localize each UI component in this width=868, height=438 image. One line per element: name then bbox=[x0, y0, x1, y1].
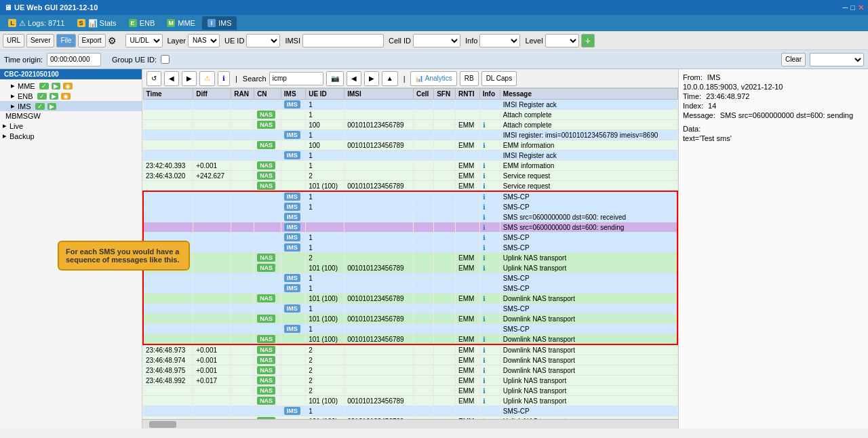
tab-ims[interactable]: I IMS bbox=[202, 16, 237, 30]
cell-ueid bbox=[306, 222, 344, 233]
tab-stats[interactable]: S 📊 Stats bbox=[72, 16, 122, 30]
table-row[interactable]: 23:46:48.973 +0.001 NAS 2 EMM ℹ Downlink… bbox=[143, 344, 677, 355]
table-row[interactable]: IMS 1 ℹ SMS-CP bbox=[143, 202, 677, 212]
table-row[interactable]: NAS 101 (100) 001010123456789 EMM ℹ Down… bbox=[143, 334, 677, 345]
cell-cell bbox=[414, 344, 434, 355]
horizontal-scrollbar[interactable] bbox=[142, 419, 678, 429]
screenshot-btn[interactable]: 📷 bbox=[326, 71, 344, 86]
cell-sfn bbox=[434, 161, 456, 171]
toolbar-icon1[interactable]: ⚙ bbox=[108, 35, 117, 46]
table-row[interactable]: IMS ℹ SMS src=0600000000 dst=600: receiv… bbox=[143, 212, 677, 222]
level-select[interactable] bbox=[545, 34, 579, 47]
table-row[interactable]: 23:42:40.393 +0.001 NAS 1 EMM ℹ EMM info… bbox=[143, 161, 677, 171]
maximize-btn[interactable]: □ bbox=[850, 3, 855, 12]
table-row[interactable]: IMS 1 ℹ SMS-CP bbox=[143, 243, 677, 253]
cell-ims bbox=[281, 365, 305, 376]
enb-badge-dot: ◉ bbox=[61, 93, 71, 100]
imsi-input[interactable] bbox=[302, 34, 384, 47]
table-row[interactable]: IMS 1 IMSI Register ack bbox=[143, 100, 677, 110]
rb-btn[interactable]: RB bbox=[460, 71, 479, 86]
dl-caps-btn[interactable]: DL Caps bbox=[481, 71, 517, 86]
sidebar-item-mme[interactable]: ▸ MME ✓ ▶ ◉ bbox=[0, 81, 142, 91]
cell-info: ℹ bbox=[479, 191, 500, 202]
sidebar-item-mbmsgw[interactable]: MBMSGW bbox=[0, 111, 142, 121]
cell-cn bbox=[254, 202, 281, 212]
table-row[interactable]: IMS 1 SMS-CP bbox=[143, 304, 677, 314]
search-input[interactable] bbox=[269, 72, 323, 85]
table-row[interactable]: NAS 101 (100) 001010123456789 EMM ℹ Upli… bbox=[143, 263, 677, 273]
expand-icon: ▸ bbox=[11, 81, 15, 90]
clear-select[interactable] bbox=[810, 53, 864, 66]
url-btn[interactable]: URL bbox=[3, 34, 24, 47]
table-row[interactable]: IMS 1 IMSI Register ack bbox=[143, 151, 677, 161]
level-label: Level bbox=[525, 37, 542, 45]
table-row[interactable]: NAS 2 EMM ℹ Uplink NAS transport bbox=[143, 386, 677, 396]
tab-enb[interactable]: E ENB bbox=[123, 16, 161, 30]
close-btn[interactable]: ✕ bbox=[858, 3, 864, 12]
table-row[interactable]: 23:46:43.020 +242.627 NAS 2 EMM ℹ Servic… bbox=[143, 171, 677, 181]
table-row[interactable]: IMS 1 ℹ SMS-CP bbox=[143, 233, 677, 243]
table-row[interactable]: 23:46:48.992 +0.017 NAS 2 EMM ℹ Uplink N… bbox=[143, 376, 677, 386]
sidebar-item-live[interactable]: ▸ Live bbox=[0, 121, 142, 131]
info-select[interactable] bbox=[479, 34, 520, 47]
analytics-btn[interactable]: 📊 Analytics bbox=[410, 71, 456, 86]
group-ue-checkbox[interactable] bbox=[161, 55, 170, 64]
table-row[interactable]: NAS 101 (100) 001010123456789 EMM ℹ Down… bbox=[143, 294, 677, 304]
cell-diff bbox=[193, 396, 231, 406]
table-row[interactable]: IMS 1 IMSI register: imsi=00101012345678… bbox=[143, 130, 677, 140]
sidebar-item-backup[interactable]: ▸ Backup bbox=[0, 131, 142, 141]
tab-mme[interactable]: M MME bbox=[161, 16, 201, 30]
table-row[interactable]: NAS 100 001010123456789 EMM ℹ EMM inform… bbox=[143, 140, 677, 151]
nav-left-btn[interactable]: ◀ bbox=[347, 71, 361, 86]
table-row[interactable]: NAS 2 EMM ℹ Uplink NAS transport bbox=[143, 253, 677, 263]
cell-info: ℹ bbox=[479, 355, 500, 365]
tab-logs[interactable]: L ⚠ Logs: 8711 bbox=[3, 16, 71, 30]
cell-imsi bbox=[344, 365, 414, 376]
layer-select[interactable]: NAS bbox=[188, 34, 220, 47]
cell-sfn bbox=[434, 344, 456, 355]
table-row[interactable]: NAS 101 (100) 001010123456789 EMM ℹ Upli… bbox=[143, 396, 677, 406]
export-btn[interactable]: Export bbox=[78, 34, 106, 47]
table-row[interactable]: NAS 101 (100) 001010123456789 EMM ℹ Down… bbox=[143, 314, 677, 324]
table-row[interactable]: IMS 1 SMS-CP bbox=[143, 273, 677, 283]
server-btn[interactable]: Server bbox=[26, 34, 54, 47]
divider2: | bbox=[403, 75, 406, 83]
ue-id-select[interactable] bbox=[246, 34, 280, 47]
sidebar-item-enb[interactable]: ▸ ENB ✓ ▶ ◉ bbox=[0, 91, 142, 101]
table-row[interactable]: NAS 101 (100) 001010123456789 EMM ℹ Serv… bbox=[143, 181, 677, 192]
cell-sfn bbox=[434, 396, 456, 406]
file-btn[interactable]: File bbox=[56, 34, 75, 47]
table-row[interactable]: NAS 1 Attach complete bbox=[143, 110, 677, 120]
info-btn[interactable]: ℹ bbox=[218, 71, 230, 86]
sidebar-item-ims[interactable]: ▸ IMS ✓ ▶ bbox=[0, 101, 142, 111]
nav-up-btn[interactable]: ▲ bbox=[382, 71, 398, 86]
cell-time bbox=[143, 202, 193, 212]
add-filter-btn[interactable]: + bbox=[581, 34, 595, 47]
table-row[interactable]: 23:46:48.975 +0.001 NAS 2 EMM ℹ Downlink… bbox=[143, 365, 677, 376]
cell-id-select[interactable] bbox=[413, 34, 460, 47]
ul-dl-select[interactable]: UL/DL bbox=[125, 34, 163, 47]
cell-ueid: 101 (100) bbox=[306, 294, 344, 304]
time-origin-input[interactable] bbox=[47, 53, 101, 66]
table-row[interactable]: IMS 1 SMS-CP bbox=[143, 406, 677, 416]
warn-btn[interactable]: ⚠ bbox=[199, 71, 215, 86]
cell-ims bbox=[281, 120, 305, 130]
table-row[interactable]: NAS 100 001010123456789 EMM ℹ Attach com… bbox=[143, 120, 677, 130]
cell-cn: NAS bbox=[254, 344, 281, 355]
cell-time bbox=[143, 406, 193, 416]
refresh-btn[interactable]: ↺ bbox=[146, 71, 161, 86]
clear-btn[interactable]: Clear bbox=[781, 53, 806, 66]
forward-btn[interactable]: ▶ bbox=[182, 71, 197, 86]
table-row[interactable]: IMS 1 ℹ SMS-CP bbox=[143, 191, 677, 202]
table-row[interactable]: IMS ℹ SMS src=0600000000 dst=600: sendin… bbox=[143, 222, 677, 233]
table-row[interactable]: IMS 1 SMS-CP bbox=[143, 324, 677, 334]
mme-badge-check: ✓ bbox=[39, 83, 49, 89]
back-btn[interactable]: ◀ bbox=[164, 71, 179, 86]
cell-message: Uplink NAS transport bbox=[500, 396, 677, 406]
minimize-btn[interactable]: ─ bbox=[843, 3, 848, 12]
table-row[interactable]: IMS 1 SMS-CP bbox=[143, 283, 677, 294]
nav-right-btn[interactable]: ▶ bbox=[364, 71, 379, 86]
cell-info: ℹ bbox=[479, 334, 500, 345]
cell-message: EMM information bbox=[500, 161, 677, 171]
table-row[interactable]: 23:46:48.974 +0.001 NAS 2 EMM ℹ Downlink… bbox=[143, 355, 677, 365]
